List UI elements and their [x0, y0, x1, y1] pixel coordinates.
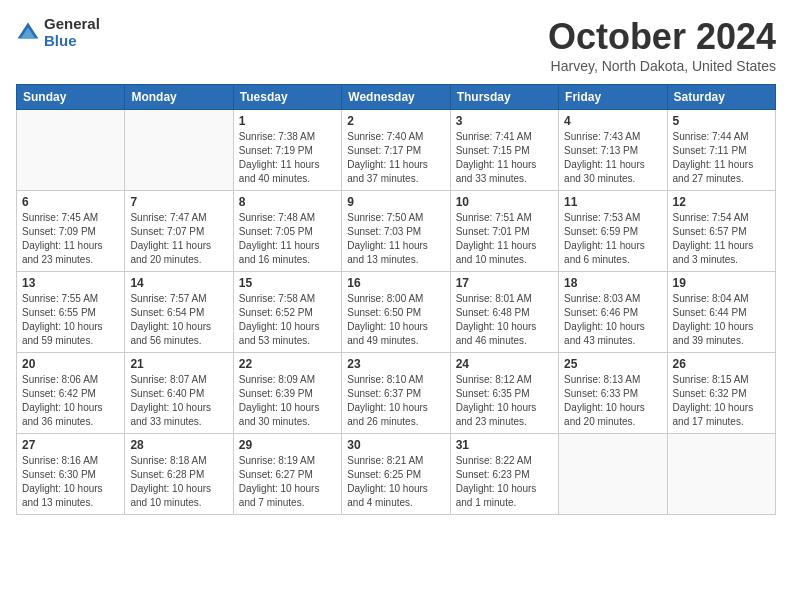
- day-info: Sunrise: 7:50 AM Sunset: 7:03 PM Dayligh…: [347, 211, 444, 267]
- day-number: 1: [239, 114, 336, 128]
- day-number: 3: [456, 114, 553, 128]
- day-info: Sunrise: 7:57 AM Sunset: 6:54 PM Dayligh…: [130, 292, 227, 348]
- calendar-cell: 3Sunrise: 7:41 AM Sunset: 7:15 PM Daylig…: [450, 110, 558, 191]
- calendar-cell: 29Sunrise: 8:19 AM Sunset: 6:27 PM Dayli…: [233, 434, 341, 515]
- day-info: Sunrise: 7:47 AM Sunset: 7:07 PM Dayligh…: [130, 211, 227, 267]
- calendar-cell: 28Sunrise: 8:18 AM Sunset: 6:28 PM Dayli…: [125, 434, 233, 515]
- weekday-header: Thursday: [450, 85, 558, 110]
- day-number: 20: [22, 357, 119, 371]
- day-number: 17: [456, 276, 553, 290]
- day-info: Sunrise: 8:00 AM Sunset: 6:50 PM Dayligh…: [347, 292, 444, 348]
- day-number: 19: [673, 276, 770, 290]
- calendar-week-row: 1Sunrise: 7:38 AM Sunset: 7:19 PM Daylig…: [17, 110, 776, 191]
- day-number: 9: [347, 195, 444, 209]
- day-info: Sunrise: 7:55 AM Sunset: 6:55 PM Dayligh…: [22, 292, 119, 348]
- calendar-cell: [17, 110, 125, 191]
- day-number: 22: [239, 357, 336, 371]
- weekday-header: Wednesday: [342, 85, 450, 110]
- day-number: 4: [564, 114, 661, 128]
- calendar-cell: 4Sunrise: 7:43 AM Sunset: 7:13 PM Daylig…: [559, 110, 667, 191]
- calendar-week-row: 6Sunrise: 7:45 AM Sunset: 7:09 PM Daylig…: [17, 191, 776, 272]
- calendar-cell: 20Sunrise: 8:06 AM Sunset: 6:42 PM Dayli…: [17, 353, 125, 434]
- logo-icon: [16, 21, 40, 45]
- calendar-cell: 9Sunrise: 7:50 AM Sunset: 7:03 PM Daylig…: [342, 191, 450, 272]
- day-number: 7: [130, 195, 227, 209]
- calendar-cell: [559, 434, 667, 515]
- calendar-cell: 7Sunrise: 7:47 AM Sunset: 7:07 PM Daylig…: [125, 191, 233, 272]
- day-info: Sunrise: 7:54 AM Sunset: 6:57 PM Dayligh…: [673, 211, 770, 267]
- day-info: Sunrise: 7:45 AM Sunset: 7:09 PM Dayligh…: [22, 211, 119, 267]
- day-info: Sunrise: 8:12 AM Sunset: 6:35 PM Dayligh…: [456, 373, 553, 429]
- calendar-cell: 5Sunrise: 7:44 AM Sunset: 7:11 PM Daylig…: [667, 110, 775, 191]
- title-area: October 2024 Harvey, North Dakota, Unite…: [548, 16, 776, 74]
- day-number: 27: [22, 438, 119, 452]
- logo-blue-text: Blue: [44, 33, 100, 50]
- calendar-cell: 6Sunrise: 7:45 AM Sunset: 7:09 PM Daylig…: [17, 191, 125, 272]
- calendar-cell: 18Sunrise: 8:03 AM Sunset: 6:46 PM Dayli…: [559, 272, 667, 353]
- weekday-header: Friday: [559, 85, 667, 110]
- calendar-week-row: 27Sunrise: 8:16 AM Sunset: 6:30 PM Dayli…: [17, 434, 776, 515]
- day-info: Sunrise: 7:58 AM Sunset: 6:52 PM Dayligh…: [239, 292, 336, 348]
- day-info: Sunrise: 8:09 AM Sunset: 6:39 PM Dayligh…: [239, 373, 336, 429]
- day-number: 14: [130, 276, 227, 290]
- logo: General Blue: [16, 16, 100, 49]
- day-info: Sunrise: 8:22 AM Sunset: 6:23 PM Dayligh…: [456, 454, 553, 510]
- day-number: 15: [239, 276, 336, 290]
- calendar-cell: 17Sunrise: 8:01 AM Sunset: 6:48 PM Dayli…: [450, 272, 558, 353]
- day-number: 30: [347, 438, 444, 452]
- day-info: Sunrise: 8:10 AM Sunset: 6:37 PM Dayligh…: [347, 373, 444, 429]
- calendar-cell: 26Sunrise: 8:15 AM Sunset: 6:32 PM Dayli…: [667, 353, 775, 434]
- day-info: Sunrise: 7:44 AM Sunset: 7:11 PM Dayligh…: [673, 130, 770, 186]
- calendar-week-row: 20Sunrise: 8:06 AM Sunset: 6:42 PM Dayli…: [17, 353, 776, 434]
- day-info: Sunrise: 8:21 AM Sunset: 6:25 PM Dayligh…: [347, 454, 444, 510]
- day-number: 21: [130, 357, 227, 371]
- day-number: 12: [673, 195, 770, 209]
- calendar-cell: 10Sunrise: 7:51 AM Sunset: 7:01 PM Dayli…: [450, 191, 558, 272]
- day-info: Sunrise: 8:03 AM Sunset: 6:46 PM Dayligh…: [564, 292, 661, 348]
- day-number: 25: [564, 357, 661, 371]
- day-number: 24: [456, 357, 553, 371]
- day-info: Sunrise: 8:15 AM Sunset: 6:32 PM Dayligh…: [673, 373, 770, 429]
- day-info: Sunrise: 8:18 AM Sunset: 6:28 PM Dayligh…: [130, 454, 227, 510]
- calendar-cell: 21Sunrise: 8:07 AM Sunset: 6:40 PM Dayli…: [125, 353, 233, 434]
- calendar-cell: 30Sunrise: 8:21 AM Sunset: 6:25 PM Dayli…: [342, 434, 450, 515]
- day-info: Sunrise: 7:41 AM Sunset: 7:15 PM Dayligh…: [456, 130, 553, 186]
- calendar-cell: 1Sunrise: 7:38 AM Sunset: 7:19 PM Daylig…: [233, 110, 341, 191]
- calendar-cell: 19Sunrise: 8:04 AM Sunset: 6:44 PM Dayli…: [667, 272, 775, 353]
- calendar-cell: 23Sunrise: 8:10 AM Sunset: 6:37 PM Dayli…: [342, 353, 450, 434]
- day-info: Sunrise: 7:48 AM Sunset: 7:05 PM Dayligh…: [239, 211, 336, 267]
- calendar-cell: [125, 110, 233, 191]
- day-number: 16: [347, 276, 444, 290]
- day-info: Sunrise: 8:19 AM Sunset: 6:27 PM Dayligh…: [239, 454, 336, 510]
- day-info: Sunrise: 8:07 AM Sunset: 6:40 PM Dayligh…: [130, 373, 227, 429]
- calendar-cell: 11Sunrise: 7:53 AM Sunset: 6:59 PM Dayli…: [559, 191, 667, 272]
- calendar-table: SundayMondayTuesdayWednesdayThursdayFrid…: [16, 84, 776, 515]
- day-number: 10: [456, 195, 553, 209]
- day-info: Sunrise: 8:04 AM Sunset: 6:44 PM Dayligh…: [673, 292, 770, 348]
- day-info: Sunrise: 7:53 AM Sunset: 6:59 PM Dayligh…: [564, 211, 661, 267]
- calendar-week-row: 13Sunrise: 7:55 AM Sunset: 6:55 PM Dayli…: [17, 272, 776, 353]
- day-info: Sunrise: 8:13 AM Sunset: 6:33 PM Dayligh…: [564, 373, 661, 429]
- day-number: 28: [130, 438, 227, 452]
- calendar-cell: 25Sunrise: 8:13 AM Sunset: 6:33 PM Dayli…: [559, 353, 667, 434]
- calendar-cell: [667, 434, 775, 515]
- day-number: 2: [347, 114, 444, 128]
- day-info: Sunrise: 7:38 AM Sunset: 7:19 PM Dayligh…: [239, 130, 336, 186]
- day-number: 13: [22, 276, 119, 290]
- calendar-cell: 31Sunrise: 8:22 AM Sunset: 6:23 PM Dayli…: [450, 434, 558, 515]
- weekday-header: Monday: [125, 85, 233, 110]
- calendar-header-row: SundayMondayTuesdayWednesdayThursdayFrid…: [17, 85, 776, 110]
- day-info: Sunrise: 8:06 AM Sunset: 6:42 PM Dayligh…: [22, 373, 119, 429]
- day-number: 29: [239, 438, 336, 452]
- page-header: General Blue October 2024 Harvey, North …: [16, 16, 776, 74]
- day-number: 31: [456, 438, 553, 452]
- day-number: 8: [239, 195, 336, 209]
- day-info: Sunrise: 7:51 AM Sunset: 7:01 PM Dayligh…: [456, 211, 553, 267]
- calendar-cell: 12Sunrise: 7:54 AM Sunset: 6:57 PM Dayli…: [667, 191, 775, 272]
- calendar-cell: 16Sunrise: 8:00 AM Sunset: 6:50 PM Dayli…: [342, 272, 450, 353]
- calendar-cell: 15Sunrise: 7:58 AM Sunset: 6:52 PM Dayli…: [233, 272, 341, 353]
- day-info: Sunrise: 8:01 AM Sunset: 6:48 PM Dayligh…: [456, 292, 553, 348]
- weekday-header: Tuesday: [233, 85, 341, 110]
- day-number: 18: [564, 276, 661, 290]
- day-number: 5: [673, 114, 770, 128]
